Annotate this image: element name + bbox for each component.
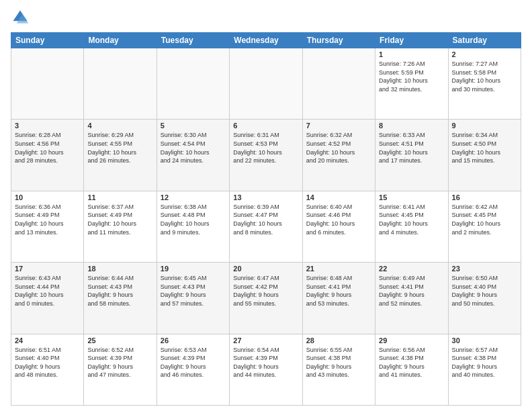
calendar-cell [302,48,375,120]
calendar-cell: 25Sunrise: 6:52 AM Sunset: 4:39 PM Dayli… [84,334,157,405]
calendar-cell: 12Sunrise: 6:38 AM Sunset: 4:48 PM Dayli… [157,191,229,262]
day-number: 30 [452,336,517,345]
day-info: Sunrise: 6:32 AM Sunset: 4:52 PM Dayligh… [306,131,371,165]
day-number: 17 [15,265,80,273]
logo-icon [11,8,30,27]
calendar-cell: 24Sunrise: 6:51 AM Sunset: 4:40 PM Dayli… [11,334,84,405]
calendar-cell: 2Sunrise: 7:27 AM Sunset: 5:58 PM Daylig… [448,48,521,120]
calendar-cell: 14Sunrise: 6:40 AM Sunset: 4:46 PM Dayli… [302,191,375,262]
calendar-header-row: Sunday Monday Tuesday Wednesday Thursday… [11,33,521,48]
calendar-cell: 30Sunrise: 6:57 AM Sunset: 4:38 PM Dayli… [448,334,521,405]
day-info: Sunrise: 6:57 AM Sunset: 4:38 PM Dayligh… [452,346,517,379]
calendar-cell: 15Sunrise: 6:41 AM Sunset: 4:45 PM Dayli… [375,191,448,262]
calendar-cell: 17Sunrise: 6:43 AM Sunset: 4:44 PM Dayli… [11,263,84,334]
day-info: Sunrise: 6:43 AM Sunset: 4:44 PM Dayligh… [15,274,80,308]
calendar-cell: 1Sunrise: 7:26 AM Sunset: 5:59 PM Daylig… [375,48,448,120]
calendar-cell: 13Sunrise: 6:39 AM Sunset: 4:47 PM Dayli… [230,191,302,262]
day-number: 28 [306,336,371,345]
day-info: Sunrise: 6:30 AM Sunset: 4:54 PM Dayligh… [161,131,226,165]
day-info: Sunrise: 7:26 AM Sunset: 5:59 PM Dayligh… [379,60,444,93]
calendar-week-row: 1Sunrise: 7:26 AM Sunset: 5:59 PM Daylig… [11,48,521,120]
day-info: Sunrise: 6:31 AM Sunset: 4:53 PM Dayligh… [233,131,298,165]
day-info: Sunrise: 6:53 AM Sunset: 4:39 PM Dayligh… [161,346,226,379]
day-info: Sunrise: 6:45 AM Sunset: 4:43 PM Dayligh… [161,274,226,308]
day-number: 24 [15,336,80,345]
day-number: 29 [379,336,444,345]
day-info: Sunrise: 6:33 AM Sunset: 4:51 PM Dayligh… [379,131,444,165]
day-number: 22 [379,265,444,273]
calendar-cell: 3Sunrise: 6:28 AM Sunset: 4:56 PM Daylig… [11,120,84,191]
day-info: Sunrise: 6:49 AM Sunset: 4:41 PM Dayligh… [379,274,444,308]
day-number: 4 [87,122,152,130]
calendar-cell: 29Sunrise: 6:56 AM Sunset: 4:38 PM Dayli… [375,334,448,405]
day-number: 26 [161,336,226,345]
calendar-cell [11,48,84,120]
day-info: Sunrise: 6:42 AM Sunset: 4:45 PM Dayligh… [452,203,517,236]
calendar-week-row: 17Sunrise: 6:43 AM Sunset: 4:44 PM Dayli… [11,263,521,334]
day-number: 27 [233,336,298,345]
day-number: 1 [379,50,444,58]
day-number: 20 [233,265,298,273]
calendar-week-row: 3Sunrise: 6:28 AM Sunset: 4:56 PM Daylig… [11,120,521,191]
day-number: 11 [87,193,152,201]
col-tuesday: Tuesday [157,33,229,48]
day-number: 15 [379,193,444,201]
day-info: Sunrise: 6:28 AM Sunset: 4:56 PM Dayligh… [15,131,80,165]
calendar-table: Sunday Monday Tuesday Wednesday Thursday… [11,32,521,406]
day-info: Sunrise: 6:47 AM Sunset: 4:42 PM Dayligh… [233,274,298,308]
day-number: 3 [15,122,80,130]
calendar-cell: 9Sunrise: 6:34 AM Sunset: 4:50 PM Daylig… [448,120,521,191]
day-number: 13 [233,193,298,201]
calendar-cell: 10Sunrise: 6:36 AM Sunset: 4:49 PM Dayli… [11,191,84,262]
calendar-cell: 21Sunrise: 6:48 AM Sunset: 4:41 PM Dayli… [302,263,375,334]
day-info: Sunrise: 6:38 AM Sunset: 4:48 PM Dayligh… [161,203,226,236]
header [11,8,521,27]
day-info: Sunrise: 6:55 AM Sunset: 4:38 PM Dayligh… [306,346,371,379]
calendar-week-row: 10Sunrise: 6:36 AM Sunset: 4:49 PM Dayli… [11,191,521,262]
calendar-cell: 5Sunrise: 6:30 AM Sunset: 4:54 PM Daylig… [157,120,229,191]
day-info: Sunrise: 6:56 AM Sunset: 4:38 PM Dayligh… [379,346,444,379]
day-info: Sunrise: 6:37 AM Sunset: 4:49 PM Dayligh… [87,203,152,236]
day-info: Sunrise: 6:50 AM Sunset: 4:40 PM Dayligh… [452,274,517,308]
day-number: 18 [87,265,152,273]
calendar-cell: 23Sunrise: 6:50 AM Sunset: 4:40 PM Dayli… [448,263,521,334]
day-info: Sunrise: 6:44 AM Sunset: 4:43 PM Dayligh… [87,274,152,308]
day-number: 23 [452,265,517,273]
calendar-week-row: 24Sunrise: 6:51 AM Sunset: 4:40 PM Dayli… [11,334,521,405]
col-friday: Friday [375,33,448,48]
day-number: 9 [452,122,517,130]
col-sunday: Sunday [11,33,84,48]
day-info: Sunrise: 7:27 AM Sunset: 5:58 PM Dayligh… [452,60,517,93]
day-info: Sunrise: 6:40 AM Sunset: 4:46 PM Dayligh… [306,203,371,236]
day-number: 25 [87,336,152,345]
calendar-cell: 4Sunrise: 6:29 AM Sunset: 4:55 PM Daylig… [84,120,157,191]
day-number: 7 [306,122,371,130]
day-info: Sunrise: 6:34 AM Sunset: 4:50 PM Dayligh… [452,131,517,165]
calendar-cell: 20Sunrise: 6:47 AM Sunset: 4:42 PM Dayli… [230,263,302,334]
day-info: Sunrise: 6:39 AM Sunset: 4:47 PM Dayligh… [233,203,298,236]
calendar-cell: 11Sunrise: 6:37 AM Sunset: 4:49 PM Dayli… [84,191,157,262]
day-info: Sunrise: 6:36 AM Sunset: 4:49 PM Dayligh… [15,203,80,236]
day-number: 12 [161,193,226,201]
logo [11,8,34,27]
calendar-cell [157,48,229,120]
calendar-cell: 16Sunrise: 6:42 AM Sunset: 4:45 PM Dayli… [448,191,521,262]
day-number: 5 [161,122,226,130]
col-thursday: Thursday [302,33,375,48]
day-number: 21 [306,265,371,273]
day-info: Sunrise: 6:29 AM Sunset: 4:55 PM Dayligh… [87,131,152,165]
calendar-cell [84,48,157,120]
calendar-cell: 6Sunrise: 6:31 AM Sunset: 4:53 PM Daylig… [230,120,302,191]
day-number: 8 [379,122,444,130]
day-info: Sunrise: 6:52 AM Sunset: 4:39 PM Dayligh… [87,346,152,379]
calendar-cell: 7Sunrise: 6:32 AM Sunset: 4:52 PM Daylig… [302,120,375,191]
calendar-cell [230,48,302,120]
calendar-cell: 22Sunrise: 6:49 AM Sunset: 4:41 PM Dayli… [375,263,448,334]
page: Sunday Monday Tuesday Wednesday Thursday… [0,0,532,411]
day-info: Sunrise: 6:51 AM Sunset: 4:40 PM Dayligh… [15,346,80,379]
calendar-cell: 27Sunrise: 6:54 AM Sunset: 4:39 PM Dayli… [230,334,302,405]
day-number: 19 [161,265,226,273]
day-info: Sunrise: 6:54 AM Sunset: 4:39 PM Dayligh… [233,346,298,379]
day-info: Sunrise: 6:48 AM Sunset: 4:41 PM Dayligh… [306,274,371,308]
calendar-cell: 19Sunrise: 6:45 AM Sunset: 4:43 PM Dayli… [157,263,229,334]
